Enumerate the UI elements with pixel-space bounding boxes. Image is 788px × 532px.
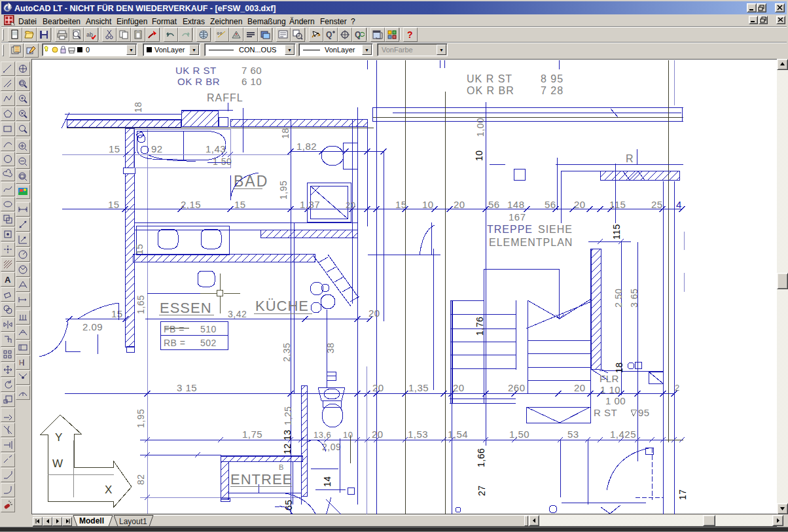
svg-text:R ST: R ST	[594, 407, 617, 418]
svg-text:ENTREE: ENTREE	[230, 471, 293, 488]
svg-text:148: 148	[507, 199, 525, 210]
svg-text:15: 15	[111, 308, 123, 319]
svg-text:ESSEN: ESSEN	[160, 300, 212, 316]
svg-text:ELEMENTPLAN: ELEMENTPLAN	[489, 237, 573, 248]
svg-text:2.09: 2.09	[82, 321, 103, 332]
svg-text:82: 82	[135, 474, 146, 485]
svg-text:OK R BR: OK R BR	[177, 76, 220, 87]
svg-text:FLR: FLR	[600, 373, 619, 384]
svg-text:3 15: 3 15	[177, 382, 197, 393]
svg-text:14: 14	[322, 476, 332, 487]
svg-text:20: 20	[574, 199, 586, 210]
svg-text:3,42: 3,42	[228, 309, 247, 319]
svg-text:38: 38	[325, 342, 336, 353]
svg-text:Modell: Modell	[79, 516, 104, 525]
svg-text:RAFFL: RAFFL	[207, 92, 243, 103]
svg-text:12 13: 12 13	[282, 429, 293, 454]
svg-text:W: W	[52, 457, 63, 470]
svg-text:1,75: 1,75	[242, 429, 262, 440]
svg-text:2 50: 2 50	[613, 289, 624, 308]
svg-text:20: 20	[368, 308, 380, 319]
svg-text:1 00: 1 00	[605, 395, 626, 406]
svg-text:TREPPE: TREPPE	[487, 224, 533, 235]
svg-text:17: 17	[677, 489, 688, 500]
svg-text:1,425: 1,425	[610, 429, 636, 440]
svg-text:1,95: 1,95	[278, 181, 289, 200]
svg-text:1,35: 1,35	[408, 382, 429, 393]
svg-text:1,95: 1,95	[135, 409, 146, 428]
svg-text:Y: Y	[55, 431, 62, 444]
svg-text:Layout1: Layout1	[119, 517, 147, 526]
svg-text:KÜCHE: KÜCHE	[255, 298, 309, 314]
svg-text:X: X	[105, 484, 112, 496]
svg-text:18: 18	[614, 362, 624, 373]
svg-text:FB =: FB =	[164, 324, 185, 334]
svg-text:UK R ST: UK R ST	[467, 73, 512, 84]
svg-text:15: 15	[109, 143, 120, 154]
svg-text:3 65: 3 65	[629, 289, 639, 308]
svg-text:6 10: 6 10	[242, 76, 262, 87]
svg-text:15: 15	[108, 199, 120, 210]
svg-text:2,15: 2,15	[181, 199, 201, 210]
svg-text:115: 115	[611, 224, 622, 239]
svg-text:1 10: 1 10	[600, 384, 620, 395]
svg-text:UK R ST: UK R ST	[175, 65, 217, 76]
svg-text:27: 27	[476, 485, 487, 496]
svg-text:502: 502	[200, 338, 217, 348]
svg-text:510: 510	[200, 324, 217, 334]
svg-text:8 95: 8 95	[541, 73, 564, 84]
svg-text:13,6: 13,6	[313, 430, 331, 440]
svg-text:20: 20	[372, 429, 384, 440]
svg-text:25: 25	[651, 199, 663, 210]
svg-text:260: 260	[508, 382, 526, 393]
svg-text:18: 18	[280, 128, 291, 139]
svg-text:1,00: 1,00	[475, 118, 486, 137]
svg-text:A: A	[5, 275, 11, 285]
svg-text:RB =: RB =	[164, 338, 186, 348]
svg-text:Q: Q	[326, 30, 332, 39]
svg-text:4: 4	[676, 199, 682, 210]
svg-text:1,53: 1,53	[408, 429, 428, 440]
svg-text:56: 56	[545, 199, 556, 210]
svg-text:10: 10	[343, 430, 353, 440]
svg-text:7 60: 7 60	[242, 65, 262, 76]
svg-text:2,35: 2,35	[281, 343, 292, 362]
svg-text:1,66: 1,66	[476, 448, 486, 467]
svg-text:10: 10	[422, 199, 434, 210]
svg-text:SIEHE: SIEHE	[538, 224, 573, 235]
svg-text:2: 2	[675, 383, 680, 393]
svg-text:1,76: 1,76	[475, 317, 485, 336]
svg-text:10: 10	[474, 150, 484, 161]
svg-text:53: 53	[567, 429, 579, 440]
svg-text:?: ?	[407, 29, 413, 40]
svg-text:15: 15	[134, 243, 145, 255]
svg-text:1,25: 1,25	[283, 406, 293, 425]
svg-text:115: 115	[609, 199, 626, 210]
svg-text:1,65: 1,65	[135, 295, 146, 314]
svg-text:56: 56	[488, 199, 500, 210]
svg-text:95: 95	[638, 407, 650, 418]
svg-text:167: 167	[509, 211, 526, 222]
svg-text:20: 20	[346, 200, 355, 210]
svg-text:R: R	[626, 153, 634, 164]
svg-text:B: B	[279, 463, 284, 471]
svg-text:7 28: 7 28	[541, 85, 564, 96]
svg-text:20: 20	[574, 382, 586, 393]
svg-text:1,50: 1,50	[509, 429, 529, 440]
svg-text:2,09: 2,09	[322, 442, 341, 452]
svg-text:1,82: 1,82	[296, 141, 317, 152]
svg-text:0: 0	[86, 46, 90, 54]
svg-text:92: 92	[151, 143, 163, 154]
svg-text:OK R BR: OK R BR	[467, 85, 514, 96]
svg-text:20: 20	[372, 382, 384, 393]
svg-text:1 50: 1 50	[213, 156, 232, 167]
svg-text:1,43: 1,43	[206, 143, 226, 154]
svg-text:15: 15	[395, 199, 407, 210]
svg-text:1,54: 1,54	[448, 429, 468, 440]
svg-text:20: 20	[453, 382, 465, 393]
svg-text:15: 15	[234, 199, 246, 210]
svg-text:1,37: 1,37	[300, 199, 320, 210]
svg-text:20: 20	[454, 199, 465, 210]
svg-text:18: 18	[133, 101, 143, 113]
